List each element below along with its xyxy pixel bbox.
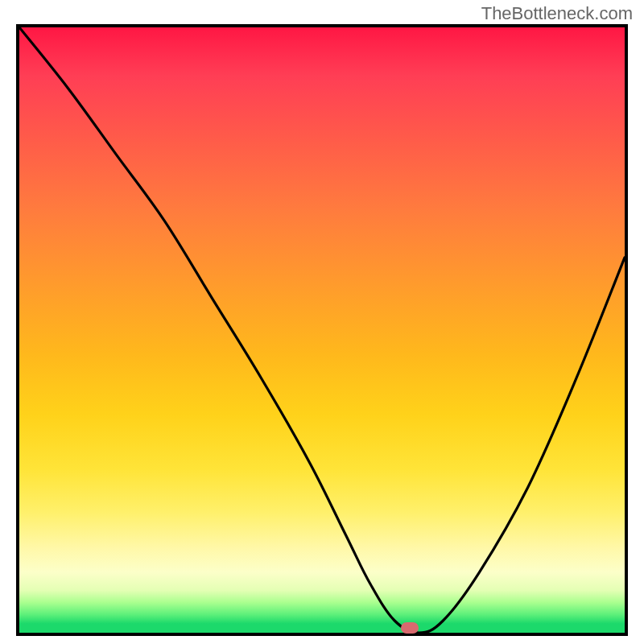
chart-plot-area <box>16 24 628 636</box>
watermark-text: TheBottleneck.com <box>481 3 633 24</box>
bottleneck-curve <box>19 27 625 633</box>
optimum-marker <box>401 622 419 634</box>
